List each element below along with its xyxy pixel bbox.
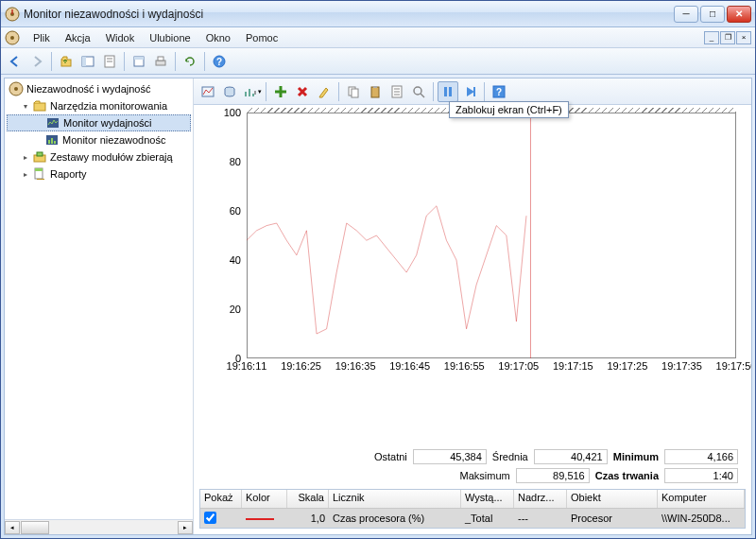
toolbar-separator	[484, 82, 485, 101]
mdi-close[interactable]: ×	[736, 31, 751, 44]
reliability-icon	[44, 132, 60, 148]
horizontal-scrollbar[interactable]: ◂ ▸	[5, 519, 193, 534]
help-button[interactable]: ?	[209, 51, 230, 72]
main-panel: ▾ ? Zablokuj ekran (Ctrl+F)	[194, 78, 751, 534]
tree-reports[interactable]: ▸ Raporty	[7, 165, 191, 183]
y-tick-label: 80	[230, 156, 241, 167]
scroll-right-button[interactable]: ▸	[178, 521, 193, 534]
menu-action[interactable]: Akcja	[58, 30, 98, 45]
table-header[interactable]: Pokaż Kolor Skala Licznik Wystą... Nadrz…	[200, 490, 745, 509]
properties-button[interactable]	[387, 81, 407, 102]
chart-toolbar: ▾ ? Zablokuj ekran (Ctrl+F)	[194, 78, 751, 105]
update-button[interactable]	[459, 81, 480, 102]
tree-content[interactable]: Niezawodność i wydajność ▾ Narzędzia mon…	[5, 78, 193, 519]
folder-icon	[32, 98, 47, 113]
menu-view[interactable]: Widok	[98, 30, 143, 45]
svg-rect-26	[37, 152, 43, 156]
svg-rect-32	[245, 92, 247, 96]
toolbar-separator	[433, 82, 434, 101]
refresh-button[interactable]	[180, 51, 200, 72]
view-log-button[interactable]	[219, 81, 240, 102]
properties-button[interactable]	[99, 51, 120, 72]
svg-rect-47	[473, 87, 475, 96]
chart-type-button[interactable]: ▾	[241, 81, 262, 102]
close-button[interactable]: ✕	[727, 6, 751, 23]
x-tick-label: 19:17:05	[498, 360, 539, 372]
up-button[interactable]	[56, 51, 77, 72]
toolbar-separator	[51, 52, 52, 71]
maximize-button[interactable]: □	[700, 6, 725, 23]
x-tick-label: 19:16:35	[335, 360, 376, 372]
expand-icon[interactable]: ▸	[20, 152, 30, 163]
chart-area: 020406080100 19:16:1119:16:2519:16:3519:…	[194, 105, 751, 447]
svg-point-43	[414, 87, 421, 95]
menu-window[interactable]: Okno	[198, 30, 238, 45]
col-parent[interactable]: Nadrz...	[514, 490, 567, 508]
menu-favorites[interactable]: Ulubione	[142, 30, 198, 45]
col-scale[interactable]: Skala	[287, 490, 329, 508]
mdi-minimize[interactable]: _	[704, 31, 719, 44]
toolbar-separator	[338, 82, 339, 101]
help-button[interactable]: ?	[489, 81, 509, 102]
body-area: Niezawodność i wydajność ▾ Narzędzia mon…	[4, 78, 752, 535]
app-icon-small	[5, 30, 20, 45]
expand-icon[interactable]: ▸	[20, 169, 30, 180]
stats-row-1: Ostatni 45,384 Średnia 40,421 Minimum 4,…	[194, 447, 751, 466]
cell-show[interactable]	[200, 511, 242, 527]
paste-button[interactable]	[365, 81, 386, 102]
tree-tools[interactable]: ▾ Narzędzia monitorowania	[7, 97, 191, 114]
cell-instance: _Total	[461, 512, 514, 525]
svg-rect-45	[444, 87, 447, 96]
tree-label: Raporty	[50, 168, 87, 180]
show-checkbox[interactable]	[204, 512, 216, 524]
titlebar[interactable]: Monitor niezawodności i wydajności ─ □ ✕	[1, 1, 755, 27]
collapse-icon[interactable]: ▾	[20, 101, 30, 112]
forward-button[interactable]	[26, 51, 47, 72]
col-instance[interactable]: Wystą...	[461, 490, 514, 508]
svg-rect-14	[158, 57, 163, 61]
show-hide-tree-button[interactable]	[77, 51, 98, 72]
dur-value: 1:40	[664, 468, 738, 483]
y-tick-label: 40	[230, 254, 241, 266]
reports-icon	[32, 166, 47, 182]
freeze-button[interactable]	[438, 81, 458, 102]
svg-rect-38	[373, 86, 377, 88]
menu-help[interactable]: Pomoc	[238, 30, 285, 45]
highlight-button[interactable]	[314, 81, 335, 102]
svg-rect-36	[352, 89, 358, 97]
y-tick-label: 20	[230, 304, 241, 315]
dur-label: Czas trwania	[595, 470, 659, 481]
delete-counter-button[interactable]	[292, 81, 313, 102]
col-object[interactable]: Obiekt	[567, 490, 658, 508]
zoom-button[interactable]	[408, 81, 429, 102]
scroll-left-button[interactable]: ◂	[5, 521, 20, 534]
tree-label: Monitor niezawodnośc	[62, 134, 165, 146]
tree-root[interactable]: Niezawodność i wydajność	[7, 80, 191, 97]
tree-collector-sets[interactable]: ▸ Zestawy modułów zbierają	[7, 148, 191, 165]
back-button[interactable]	[5, 51, 26, 72]
app-window: Monitor niezawodności i wydajności ─ □ ✕…	[0, 0, 756, 539]
scroll-thumb[interactable]	[21, 521, 49, 534]
copy-button[interactable]	[343, 81, 364, 102]
y-tick-label: 60	[230, 205, 241, 217]
menu-file[interactable]: Plik	[26, 30, 58, 45]
print-button[interactable]	[150, 51, 171, 72]
svg-rect-28	[35, 168, 43, 171]
minimize-button[interactable]: ─	[674, 6, 698, 23]
export-button[interactable]	[129, 51, 149, 72]
table-row[interactable]: 1,0 Czas procesora (%) _Total --- Proces…	[200, 509, 745, 528]
stats-row-2: Maksimum 89,516 Czas trwania 1:40	[194, 466, 751, 485]
col-show[interactable]: Pokaż	[200, 490, 242, 508]
col-computer[interactable]: Komputer	[658, 490, 745, 508]
tree-reliability-monitor[interactable]: Monitor niezawodnośc	[7, 131, 191, 148]
col-color[interactable]: Kolor	[242, 490, 287, 508]
window-controls: ─ □ ✕	[674, 6, 751, 23]
col-counter[interactable]: Licznik	[329, 490, 461, 508]
view-current-button[interactable]	[198, 81, 218, 102]
chart-box[interactable]: 020406080100 19:16:1119:16:2519:16:3519:…	[201, 113, 740, 358]
tree-perf-monitor[interactable]: Monitor wydajności	[7, 114, 191, 131]
add-counter-button[interactable]	[270, 81, 291, 102]
mdi-restore[interactable]: ❐	[720, 31, 735, 44]
svg-rect-29	[37, 179, 44, 180]
tree-label: Narzędzia monitorowania	[50, 100, 167, 112]
